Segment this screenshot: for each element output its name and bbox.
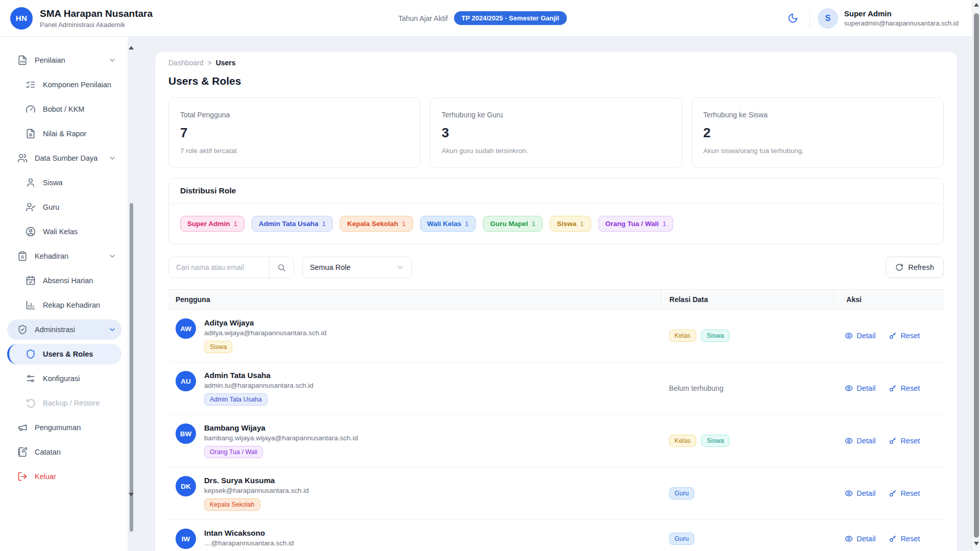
role-distribution-chips: Super Admin1Admin Tata Usaha1Kepala Seko… bbox=[169, 204, 943, 244]
sidebar-item-catatan[interactable]: Catatan bbox=[7, 442, 121, 462]
sidebar-item-keluar[interactable]: Keluar bbox=[7, 466, 121, 487]
notebook-icon bbox=[17, 447, 28, 457]
table-row-bambang-wijaya: BWBambang Wijayabambang.wijaya.wijaya@ha… bbox=[168, 415, 944, 467]
users-icon bbox=[17, 153, 28, 163]
scroll-up-arrow-icon[interactable] bbox=[129, 46, 134, 49]
role-chip-label: Siswa bbox=[557, 220, 576, 228]
page-scrollbar[interactable] bbox=[972, 0, 980, 551]
eye-icon bbox=[845, 489, 853, 497]
theme-toggle-button[interactable] bbox=[785, 10, 802, 27]
relation-chip-guru: Guru bbox=[669, 487, 695, 499]
role-chip-label: Super Admin bbox=[187, 220, 230, 228]
role-chip-label: Wali Kelas bbox=[427, 220, 461, 228]
reset-button[interactable]: Reset bbox=[889, 384, 920, 392]
sidebar-scrollbar[interactable] bbox=[128, 44, 135, 500]
key-icon bbox=[889, 535, 897, 543]
user-name: Aditya Wijaya bbox=[204, 318, 327, 327]
role-chip-label: Orang Tua / Wali bbox=[605, 220, 659, 228]
role-badge: Orang Tua / Wali bbox=[204, 446, 263, 458]
reset-button[interactable]: Reset bbox=[889, 437, 920, 445]
reset-button[interactable]: Reset bbox=[889, 535, 920, 543]
sidebar-item-label: Penilaian bbox=[35, 56, 65, 64]
sidebar-scrollbar-thumb[interactable] bbox=[130, 203, 133, 532]
main-content: Dashboard > Users Users & Roles Total Pe… bbox=[135, 37, 972, 551]
sidebar-item-backup-restore: Backup / Restore bbox=[7, 393, 121, 413]
role-filter-select[interactable]: Semua Role bbox=[302, 257, 412, 278]
column-header-aksi: Aksi bbox=[834, 290, 944, 309]
detail-button[interactable]: Detail bbox=[845, 384, 875, 392]
action-cell: DetailReset bbox=[834, 489, 944, 497]
sidebar-item-administrasi[interactable]: Administrasi bbox=[7, 319, 121, 340]
stat-caption: Akun guru sudah tersinkron. bbox=[442, 147, 670, 155]
sidebar-item-rekap-kehadiran[interactable]: Rekap Kehadiran bbox=[7, 295, 121, 315]
detail-button[interactable]: Detail bbox=[845, 535, 875, 543]
refresh-label: Refresh bbox=[908, 263, 934, 271]
chevron-down-icon bbox=[108, 325, 116, 334]
user-cell: AUAdmin Tata Usahaadmin.tu@harapannusant… bbox=[168, 371, 661, 406]
sidebar-item-users-roles[interactable]: Users & Roles bbox=[7, 344, 121, 364]
reset-button[interactable]: Reset bbox=[889, 489, 920, 497]
user-icon bbox=[26, 178, 36, 188]
history-icon bbox=[26, 398, 36, 408]
school-name: SMA Harapan Nusantara bbox=[40, 8, 153, 19]
chevron-down-icon bbox=[108, 252, 116, 260]
relation-chip-kelas: Kelas bbox=[669, 435, 696, 447]
sidebar-item-wali-kelas[interactable]: Wali Kelas bbox=[7, 221, 121, 242]
sidebar-item-absensi-harian[interactable]: Absensi Harian bbox=[7, 270, 121, 291]
sidebar-item-penilaian[interactable]: Penilaian bbox=[7, 50, 121, 70]
breadcrumb-current: Users bbox=[216, 59, 236, 67]
user-cell: DKDrs. Surya Kusumakepsek@harapannusanta… bbox=[168, 476, 661, 511]
refresh-icon bbox=[895, 263, 903, 271]
detail-label: Detail bbox=[856, 384, 875, 392]
sidebar-item-bobot-kkm[interactable]: Bobot / KKM bbox=[7, 99, 121, 119]
circle-user-icon bbox=[26, 227, 36, 237]
page-title: Users & Roles bbox=[168, 75, 944, 87]
role-chip-count: 1 bbox=[580, 220, 584, 228]
sidebar-item-pengumuman[interactable]: Pengumuman bbox=[7, 417, 121, 438]
detail-button[interactable]: Detail bbox=[845, 437, 875, 445]
page-scrollbar-thumb[interactable] bbox=[974, 13, 979, 538]
content-card: Dashboard > Users Users & Roles Total Pe… bbox=[155, 51, 958, 551]
role-chip-admin-tata-usaha: Admin Tata Usaha1 bbox=[252, 216, 333, 232]
sidebar-item-konfigurasi[interactable]: Konfigurasi bbox=[7, 368, 121, 389]
sidebar-item-guru[interactable]: Guru bbox=[7, 197, 121, 217]
scroll-down-arrow-icon[interactable] bbox=[129, 493, 134, 496]
detail-button[interactable]: Detail bbox=[845, 489, 875, 497]
detail-label: Detail bbox=[856, 437, 875, 445]
sidebar-item-siswa[interactable]: Siswa bbox=[7, 172, 121, 193]
sidebar-item-label: Wali Kelas bbox=[43, 228, 78, 236]
relation-cell: Guru bbox=[661, 487, 834, 499]
megaphone-icon bbox=[17, 422, 28, 433]
refresh-button[interactable]: Refresh bbox=[886, 257, 944, 278]
breadcrumb-dashboard[interactable]: Dashboard bbox=[168, 59, 204, 67]
user-email: kepsek@harapannusantara.sch.id bbox=[204, 487, 309, 494]
gauge-icon bbox=[26, 104, 36, 114]
logout-icon bbox=[17, 471, 28, 482]
sidebar-item-label: Siswa bbox=[43, 179, 63, 187]
sidebar-item-komponen-penilaian[interactable]: Komponen Penilaian bbox=[7, 74, 121, 95]
role-chip-count: 1 bbox=[531, 220, 535, 228]
scroll-down-arrow-icon[interactable] bbox=[974, 542, 979, 545]
stat-value: 3 bbox=[442, 125, 670, 141]
sidebar-item-nilai-rapor[interactable]: Nilai & Rapor bbox=[7, 123, 121, 144]
table-row-drs-surya-kusuma: DKDrs. Surya Kusumakepsek@harapannusanta… bbox=[168, 467, 944, 520]
user-menu[interactable]: S Super Admin superadmin@harapannusantar… bbox=[818, 8, 959, 29]
role-chip-super-admin: Super Admin1 bbox=[180, 216, 244, 232]
sidebar-item-label: Konfigurasi bbox=[43, 374, 80, 383]
avatar: AW bbox=[176, 318, 196, 339]
user-name: Drs. Surya Kusuma bbox=[204, 476, 309, 485]
sidebar-item-kehadiran[interactable]: Kehadiran bbox=[7, 246, 121, 266]
chevron-down-icon bbox=[108, 56, 116, 64]
scroll-up-arrow-icon[interactable] bbox=[974, 3, 979, 7]
reset-button[interactable]: Reset bbox=[889, 332, 920, 340]
panel-subtitle: Panel Administrasi Akademik bbox=[40, 21, 153, 29]
action-cell: DetailReset bbox=[834, 332, 944, 340]
action-cell: DetailReset bbox=[834, 437, 944, 445]
search-input[interactable] bbox=[169, 257, 269, 278]
action-cell: DetailReset bbox=[834, 384, 944, 392]
sidebar-item-data-sumber-daya[interactable]: Data Sumber Daya bbox=[7, 148, 121, 168]
role-chip-count: 1 bbox=[322, 220, 326, 228]
search-button[interactable] bbox=[269, 257, 293, 278]
role-chip-kepala-sekolah: Kepala Sekolah1 bbox=[340, 216, 412, 232]
detail-button[interactable]: Detail bbox=[845, 332, 875, 340]
